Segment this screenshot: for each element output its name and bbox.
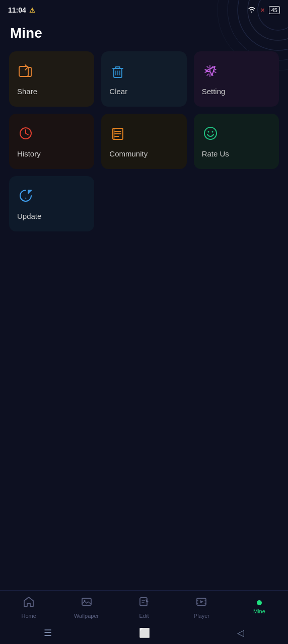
- nav-player-label: Player: [194, 613, 209, 619]
- setting-label: Setting: [202, 87, 226, 96]
- history-label: History: [17, 149, 41, 158]
- wifi-icon: [247, 6, 256, 15]
- history-icon: [17, 125, 34, 144]
- share-label: Share: [17, 87, 37, 96]
- nav-edit[interactable]: Edit: [115, 596, 173, 619]
- nav-player[interactable]: Player: [173, 596, 230, 619]
- setting-tile[interactable]: Setting: [194, 51, 279, 107]
- update-label: Update: [17, 212, 41, 220]
- rateus-tile[interactable]: Rate Us: [194, 114, 279, 169]
- home-button[interactable]: ⬜: [139, 627, 150, 638]
- player-icon: [195, 596, 207, 611]
- svg-point-11: [207, 131, 209, 133]
- mine-active-dot: [257, 600, 262, 605]
- rateus-icon: [202, 125, 219, 144]
- rateus-label: Rate Us: [202, 149, 229, 158]
- nav-mine[interactable]: Mine: [231, 600, 288, 614]
- status-bar: 11:04 ⚠ ✕ 45: [0, 0, 288, 20]
- nav-home[interactable]: Home: [0, 596, 57, 619]
- nav-home-label: Home: [22, 613, 36, 619]
- time-display: 11:04: [8, 6, 26, 14]
- svg-rect-15: [140, 598, 147, 606]
- svg-rect-9: [113, 128, 115, 139]
- svg-point-12: [211, 131, 213, 133]
- system-nav-bar: ☰ ⬜ ◁: [0, 622, 288, 644]
- setting-icon: [202, 62, 219, 82]
- tiles-grid: Share Clear Setting: [0, 51, 288, 231]
- nav-wallpaper-label: Wallpaper: [74, 613, 99, 619]
- svg-point-10: [204, 127, 217, 139]
- edit-icon: [138, 596, 150, 611]
- nav-wallpaper[interactable]: Wallpaper: [57, 596, 115, 619]
- community-icon: [109, 125, 126, 144]
- bottom-nav: Home Wallpaper Edit: [0, 590, 288, 622]
- warning-icon: ⚠: [29, 7, 35, 14]
- svg-rect-13: [82, 598, 91, 605]
- update-icon: [17, 187, 34, 207]
- nav-mine-label: Mine: [253, 608, 265, 614]
- community-label: Community: [109, 149, 148, 158]
- back-button[interactable]: ◁: [237, 627, 244, 638]
- clear-tile[interactable]: Clear: [101, 51, 186, 107]
- menu-button[interactable]: ☰: [44, 627, 52, 638]
- clear-icon: [109, 62, 126, 82]
- clear-label: Clear: [109, 87, 127, 96]
- share-icon: [17, 62, 34, 82]
- community-tile[interactable]: Community: [101, 114, 186, 169]
- page-title: Mine: [0, 20, 288, 51]
- nav-edit-label: Edit: [139, 613, 149, 619]
- svg-point-14: [84, 600, 85, 602]
- update-tile[interactable]: Update: [9, 176, 94, 231]
- x-icon: ✕: [260, 7, 265, 14]
- wallpaper-icon: [81, 596, 93, 611]
- history-tile[interactable]: History: [9, 114, 94, 169]
- share-tile[interactable]: Share: [9, 51, 94, 107]
- home-icon: [23, 596, 35, 611]
- battery-display: 45: [269, 6, 280, 14]
